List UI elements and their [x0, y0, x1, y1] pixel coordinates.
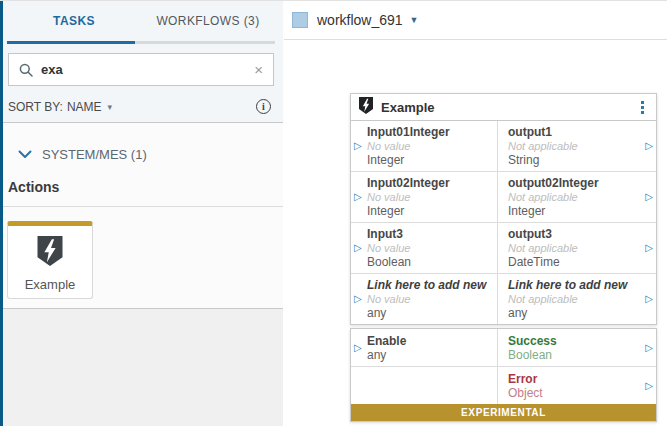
sort-by-control[interactable]: SORT BY: NAME ▾	[8, 100, 112, 114]
node-output-cell: ▷ output02Integer Not applicable Integer	[498, 172, 656, 222]
param-type: Object	[508, 386, 642, 400]
node-main-box: Example ▷ Input01Integer No value Intege…	[350, 93, 657, 325]
param-type: Integer	[508, 204, 642, 218]
sidebar: TASKS WORKFLOWS (3) × SORT BY: NAME ▾ i	[0, 1, 283, 426]
param-value: No value	[367, 190, 493, 204]
output-port[interactable]: ▷	[645, 381, 653, 391]
param-value: No value	[367, 139, 493, 153]
tabbar: TASKS WORKFLOWS (3)	[0, 1, 283, 41]
param-type: Boolean	[367, 255, 493, 269]
tab-underline-active	[7, 41, 135, 44]
output-port[interactable]: ▷	[645, 343, 653, 353]
node-output-cell: ▷ output1 Not applicable String	[498, 121, 656, 171]
tab-tasks[interactable]: TASKS	[7, 1, 141, 41]
param-type: DateTime	[508, 255, 642, 269]
node-enable-cell: ▷ Enable any	[351, 329, 498, 366]
input-port[interactable]: ▷	[354, 141, 362, 151]
input-port[interactable]: ▷	[354, 192, 362, 202]
sort-by-value: NAME	[67, 100, 102, 114]
node-input-cell: ▷ Input3 No value Boolean	[351, 223, 498, 273]
chevron-down-icon	[18, 145, 32, 163]
param-value: Not applicable	[508, 241, 642, 255]
info-icon[interactable]: i	[256, 99, 271, 114]
output-port[interactable]: ▷	[645, 141, 653, 151]
param-value: Not applicable	[508, 292, 642, 306]
node-empty-cell	[351, 367, 498, 404]
node-row-add-new: ▷ Link here to add new No value any ▷ Li…	[351, 273, 656, 324]
node-control-box: ▷ Enable any ▷ Success Boolean ▷ Error	[350, 328, 657, 422]
experimental-banner: EXPERIMENTAL	[351, 404, 656, 421]
node-error-cell: ▷ Error Object	[498, 367, 656, 404]
node-output-cell: ▷ output3 Not applicable DateTime	[498, 223, 656, 273]
input-port[interactable]: ▷	[354, 243, 362, 253]
node-input-cell: ▷ Input01Integer No value Integer	[351, 121, 498, 171]
actions-heading: Actions	[8, 179, 59, 195]
param-value: Not applicable	[508, 139, 642, 153]
input-port[interactable]: ▷	[354, 294, 362, 304]
node-input-cell: ▷ Link here to add new No value any	[351, 274, 498, 324]
search-clear-icon[interactable]: ×	[244, 62, 273, 77]
output-port[interactable]: ▷	[645, 294, 653, 304]
actions-divider	[0, 206, 283, 207]
node-input-cell: ▷ Input02Integer No value Integer	[351, 172, 498, 222]
app-window: TASKS WORKFLOWS (3) × SORT BY: NAME ▾ i	[0, 0, 667, 426]
param-name[interactable]: output1	[508, 125, 642, 139]
node-success-cell: ▷ Success Boolean	[498, 329, 656, 366]
node-row-control: ▷ Enable any ▷ Success Boolean	[351, 329, 656, 366]
param-name[interactable]: Input01Integer	[367, 125, 493, 139]
sidebar-results-panel: SYSTEM/MES (1) Actions Example	[0, 123, 283, 309]
node-row-control: ▷ Error Object	[351, 366, 656, 404]
add-new-link[interactable]: Link here to add new	[508, 278, 642, 292]
workflow-title: workflow_691	[317, 12, 403, 28]
node-title: Example	[381, 100, 637, 115]
canvas-header: workflow_691 ▼	[284, 1, 667, 40]
param-value: Not applicable	[508, 190, 642, 204]
param-type: Integer	[367, 153, 493, 167]
param-name[interactable]: output3	[508, 227, 642, 241]
sidebar-accent-bar	[0, 1, 3, 426]
search-input[interactable]	[41, 62, 244, 77]
param-name[interactable]: Enable	[367, 334, 493, 348]
workflow-dropdown-caret[interactable]: ▼	[410, 15, 419, 25]
param-name[interactable]: Error	[508, 372, 642, 386]
sort-by-label: SORT BY:	[8, 100, 63, 114]
tab-underline	[7, 41, 275, 44]
param-type: String	[508, 153, 642, 167]
param-name[interactable]: Success	[508, 334, 642, 348]
tab-workflows[interactable]: WORKFLOWS (3)	[141, 1, 275, 41]
sidebar-bottom-panel	[0, 309, 283, 426]
workflow-node-example[interactable]: Example ▷ Input01Integer No value Intege…	[350, 93, 657, 422]
param-type: any	[367, 306, 493, 320]
input-port[interactable]: ▷	[354, 343, 362, 353]
output-port[interactable]: ▷	[645, 192, 653, 202]
sidebar-top-panel: TASKS WORKFLOWS (3) × SORT BY: NAME ▾ i	[0, 1, 283, 123]
workflow-icon	[292, 12, 308, 28]
param-name[interactable]: output02Integer	[508, 176, 642, 190]
output-port[interactable]: ▷	[645, 243, 653, 253]
node-row: ▷ Input01Integer No value Integer ▷ outp…	[351, 121, 656, 171]
node-row: ▷ Input3 No value Boolean ▷ output3 Not …	[351, 222, 656, 273]
param-name[interactable]: Input3	[367, 227, 493, 241]
node-shield-icon	[359, 97, 373, 118]
category-system-mes[interactable]: SYSTEM/MES (1)	[18, 145, 147, 163]
node-output-cell: ▷ Link here to add new Not applicable an…	[498, 274, 656, 324]
task-tile-label: Example	[25, 277, 76, 292]
param-value: No value	[367, 241, 493, 255]
param-type: Boolean	[508, 348, 642, 362]
param-name[interactable]: Input02Integer	[367, 176, 493, 190]
search-box[interactable]: ×	[8, 53, 274, 86]
category-label: SYSTEM/MES (1)	[42, 147, 147, 162]
param-value: No value	[367, 292, 493, 306]
node-row: ▷ Input02Integer No value Integer ▷ outp…	[351, 171, 656, 222]
task-tile-example[interactable]: Example	[7, 221, 93, 299]
search-icon	[19, 63, 33, 77]
workflow-canvas[interactable]: workflow_691 ▼ Example ▷ Input01Integer	[284, 1, 667, 426]
sort-caret-icon: ▾	[108, 102, 113, 112]
param-type: any	[367, 348, 493, 362]
tab-underline-rest	[135, 41, 275, 44]
task-shield-icon	[37, 236, 63, 270]
add-new-link[interactable]: Link here to add new	[367, 278, 493, 292]
param-type: any	[508, 306, 642, 320]
node-menu-icon[interactable]	[637, 99, 648, 116]
node-header[interactable]: Example	[351, 94, 656, 121]
